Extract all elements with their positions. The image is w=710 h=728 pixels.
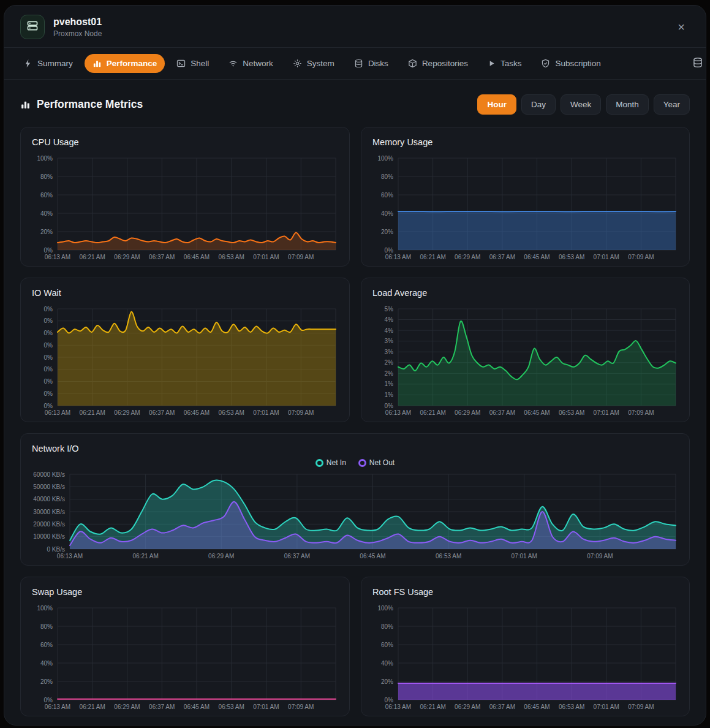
- svg-text:0%: 0%: [44, 403, 53, 409]
- svg-text:60%: 60%: [381, 642, 393, 648]
- svg-text:100%: 100%: [37, 155, 53, 162]
- svg-text:4%: 4%: [385, 327, 394, 334]
- tab-summary[interactable]: Summary: [15, 54, 81, 73]
- svg-text:40%: 40%: [381, 210, 393, 217]
- svg-text:07:09 AM: 07:09 AM: [587, 553, 613, 559]
- package-icon: [408, 59, 417, 68]
- range-month-button[interactable]: Month: [606, 94, 649, 115]
- wifi-icon: [228, 59, 238, 68]
- svg-text:0%: 0%: [385, 247, 394, 254]
- chart-title: Swap Usage: [29, 587, 341, 597]
- svg-text:06:37 AM: 06:37 AM: [149, 703, 175, 710]
- svg-text:100%: 100%: [377, 155, 393, 162]
- svg-text:06:53 AM: 06:53 AM: [219, 409, 244, 416]
- cpu-usage-chart: 0%20%40%60%80%100%06:13 AM06:21 AM06:29 …: [29, 153, 341, 262]
- svg-text:06:29 AM: 06:29 AM: [208, 553, 234, 559]
- svg-text:80%: 80%: [40, 173, 53, 180]
- chart-title: IO Wait: [29, 288, 341, 298]
- svg-text:06:37 AM: 06:37 AM: [489, 254, 515, 260]
- svg-text:06:53 AM: 06:53 AM: [559, 703, 584, 710]
- tab-shell[interactable]: Shell: [168, 54, 217, 73]
- cpu-usage-card: CPU Usage 0%20%40%60%80%100%06:13 AM06:2…: [20, 127, 350, 267]
- database-icon: [354, 59, 363, 68]
- tab-subscription[interactable]: Subscription: [533, 54, 608, 73]
- svg-text:0%: 0%: [44, 366, 53, 373]
- node-title: pvehost01: [53, 17, 102, 28]
- svg-text:06:45 AM: 06:45 AM: [524, 254, 549, 260]
- svg-text:06:21 AM: 06:21 AM: [80, 254, 105, 260]
- tab-system[interactable]: System: [285, 54, 342, 73]
- svg-text:06:53 AM: 06:53 AM: [559, 254, 584, 260]
- svg-text:06:13 AM: 06:13 AM: [385, 409, 411, 416]
- svg-text:06:37 AM: 06:37 AM: [284, 553, 310, 559]
- node-subtitle: Proxmox Node: [53, 29, 102, 38]
- svg-text:06:29 AM: 06:29 AM: [114, 254, 140, 260]
- svg-text:0%: 0%: [385, 697, 394, 703]
- range-day-button[interactable]: Day: [521, 94, 556, 115]
- svg-text:80%: 80%: [381, 623, 393, 630]
- svg-text:20%: 20%: [40, 229, 53, 235]
- svg-text:60%: 60%: [40, 192, 53, 199]
- tab-tasks[interactable]: Tasks: [480, 54, 530, 73]
- svg-text:60%: 60%: [381, 192, 393, 199]
- svg-text:07:01 AM: 07:01 AM: [594, 254, 619, 260]
- database-edge-icon[interactable]: [692, 57, 703, 70]
- svg-text:07:01 AM: 07:01 AM: [253, 409, 279, 416]
- range-week-button[interactable]: Week: [561, 94, 601, 115]
- bolt-icon: [23, 59, 32, 68]
- svg-text:06:45 AM: 06:45 AM: [524, 703, 549, 710]
- tab-bar: Summary Performance Shell Network System…: [4, 48, 706, 80]
- svg-text:0%: 0%: [44, 390, 53, 397]
- network-legend: Net In Net Out: [29, 458, 681, 467]
- close-icon[interactable]: ×: [673, 18, 690, 36]
- range-hour-button[interactable]: Hour: [477, 94, 516, 115]
- svg-text:06:29 AM: 06:29 AM: [114, 703, 140, 710]
- svg-text:06:13 AM: 06:13 AM: [385, 254, 411, 260]
- svg-text:06:45 AM: 06:45 AM: [184, 409, 210, 416]
- svg-text:06:53 AM: 06:53 AM: [436, 553, 461, 559]
- svg-text:0%: 0%: [385, 403, 394, 409]
- svg-text:07:01 AM: 07:01 AM: [253, 254, 279, 260]
- svg-text:80%: 80%: [40, 623, 53, 630]
- play-icon: [488, 59, 496, 67]
- terminal-icon: [176, 59, 186, 68]
- node-detail-window: pvehost01 Proxmox Node × Summary Perform…: [4, 5, 706, 726]
- svg-text:0%: 0%: [44, 317, 53, 324]
- tab-network[interactable]: Network: [221, 54, 281, 73]
- svg-text:06:37 AM: 06:37 AM: [489, 703, 515, 710]
- window-header: pvehost01 Proxmox Node ×: [4, 6, 706, 48]
- legend-net-in[interactable]: Net In: [315, 458, 346, 467]
- svg-text:06:45 AM: 06:45 AM: [524, 409, 549, 416]
- svg-text:5%: 5%: [385, 306, 394, 313]
- svg-text:3%: 3%: [385, 349, 394, 355]
- svg-text:07:09 AM: 07:09 AM: [628, 254, 654, 260]
- svg-text:07:09 AM: 07:09 AM: [628, 409, 654, 416]
- svg-text:06:53 AM: 06:53 AM: [559, 409, 584, 416]
- bar-chart-icon: [93, 59, 102, 68]
- svg-text:06:21 AM: 06:21 AM: [80, 409, 105, 416]
- range-year-button[interactable]: Year: [654, 94, 690, 115]
- tab-disks[interactable]: Disks: [346, 54, 396, 73]
- chart-title: Network I/O: [29, 444, 681, 453]
- svg-text:0%: 0%: [44, 378, 53, 385]
- net-out-swatch: [358, 459, 366, 467]
- svg-text:0%: 0%: [44, 697, 53, 703]
- svg-text:06:37 AM: 06:37 AM: [149, 409, 175, 416]
- chart-title: Memory Usage: [370, 137, 681, 147]
- gear-icon: [293, 59, 302, 68]
- tab-repositories[interactable]: Repositories: [400, 54, 476, 73]
- metrics-icon: [20, 99, 31, 110]
- legend-net-out[interactable]: Net Out: [358, 458, 395, 467]
- svg-text:06:37 AM: 06:37 AM: [489, 409, 515, 416]
- svg-text:100%: 100%: [377, 605, 393, 612]
- svg-text:0%: 0%: [44, 306, 53, 313]
- svg-text:100%: 100%: [37, 605, 53, 612]
- svg-text:06:13 AM: 06:13 AM: [45, 703, 70, 710]
- io-wait-card: IO Wait 0%0%0%0%0%0%0%0%0%06:13 AM06:21 …: [20, 278, 350, 422]
- tab-performance[interactable]: Performance: [85, 54, 165, 73]
- svg-text:06:13 AM: 06:13 AM: [57, 553, 83, 559]
- charts-area: CPU Usage 0%20%40%60%80%100%06:13 AM06:2…: [4, 127, 706, 726]
- root-fs-usage-card: Root FS Usage 0%20%40%60%80%100%06:13 AM…: [361, 577, 690, 716]
- io-wait-chart: 0%0%0%0%0%0%0%0%0%06:13 AM06:21 AM06:29 …: [29, 304, 341, 418]
- swap-usage-chart: 0%20%40%60%80%100%06:13 AM06:21 AM06:29 …: [29, 603, 341, 712]
